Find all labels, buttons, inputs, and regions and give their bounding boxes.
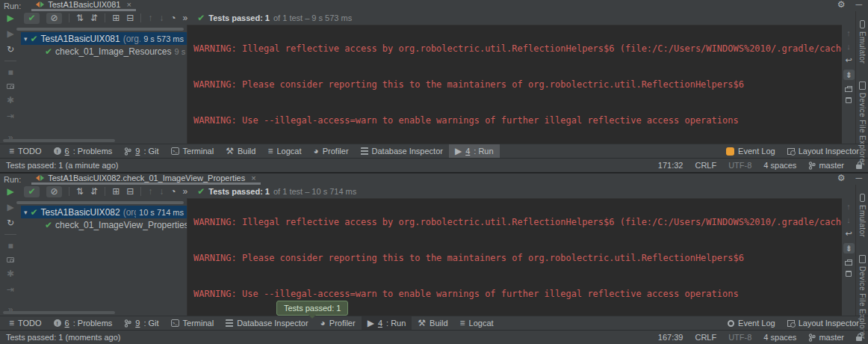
toolwindow-button-problems[interactable]: 6: Problems bbox=[48, 144, 119, 158]
chevron-down-icon[interactable]: ▾ bbox=[24, 209, 28, 216]
test-history-icon[interactable]: ◔ bbox=[170, 187, 176, 196]
toolwindow-button-git[interactable]: 9: Git bbox=[118, 144, 164, 158]
up-stack-trace-icon[interactable]: ↑ bbox=[846, 29, 851, 37]
chevron-down-icon[interactable]: ▾ bbox=[24, 35, 28, 43]
toolwindow-button-run[interactable]: ▶ 4: Run bbox=[362, 316, 412, 330]
show-passed-icon[interactable]: ✔ bbox=[24, 186, 40, 197]
rerun-icon[interactable]: ▶ bbox=[7, 187, 13, 196]
toolwindow-button-problems[interactable]: 6: Problems bbox=[48, 316, 119, 330]
event-log-button[interactable]: Event Log bbox=[722, 316, 781, 330]
close-icon[interactable]: × bbox=[251, 173, 255, 182]
gear-icon[interactable]: ⚙ bbox=[837, 173, 846, 182]
up-stack-trace-icon[interactable]: ↑ bbox=[846, 203, 851, 211]
dump-threads-icon[interactable]: ✱ bbox=[7, 96, 14, 105]
attach-icon[interactable]: ⇥ bbox=[7, 285, 14, 294]
down-stack-trace-icon[interactable]: ↓ bbox=[846, 216, 851, 224]
indent-setting[interactable]: 4 spaces bbox=[763, 161, 796, 170]
file-encoding[interactable]: UTF-8 bbox=[728, 333, 751, 342]
stop-icon[interactable]: ■ bbox=[7, 68, 13, 77]
more-chevrons-icon[interactable]: » bbox=[183, 187, 188, 196]
strip-scrollbar[interactable] bbox=[3, 311, 115, 314]
collapse-all-icon[interactable]: ⊟ bbox=[126, 13, 134, 22]
toolwindow-button-todo[interactable]: ≡ TODO bbox=[3, 144, 48, 158]
screenshot-icon[interactable] bbox=[7, 84, 14, 89]
emulator-tool-button[interactable]: Emulator bbox=[858, 194, 867, 237]
scroll-to-end-icon[interactable]: ⇟ bbox=[843, 243, 855, 254]
restart-icon[interactable]: ↻ bbox=[7, 45, 14, 54]
toolwindow-button-database-inspector[interactable]: Database Inspector bbox=[220, 316, 314, 330]
dump-threads-icon[interactable]: ✱ bbox=[7, 269, 14, 278]
strip-scrollbar[interactable] bbox=[3, 139, 115, 142]
toolwindow-button-terminal[interactable]: Terminal bbox=[165, 144, 220, 158]
screenshot-icon[interactable] bbox=[7, 257, 14, 262]
indent-setting[interactable]: 4 spaces bbox=[763, 333, 796, 342]
minimize-icon[interactable]: ─ bbox=[855, 173, 862, 182]
test-history-icon[interactable]: ◔ bbox=[170, 13, 176, 22]
toolwindow-button-terminal[interactable]: Terminal bbox=[165, 316, 220, 330]
test-case-row[interactable]: ✔ check_01_Image_Resources 9 s 573 ms bbox=[21, 45, 187, 58]
file-encoding[interactable]: UTF-8 bbox=[728, 161, 751, 170]
expand-all-icon[interactable]: ⊞ bbox=[112, 187, 120, 196]
clear-all-icon[interactable] bbox=[846, 271, 852, 277]
close-icon[interactable]: × bbox=[126, 0, 131, 9]
previous-occurrence-icon[interactable]: ↑ bbox=[148, 187, 152, 196]
caret-position[interactable]: 167:39 bbox=[658, 333, 683, 342]
line-separator[interactable]: CRLF bbox=[695, 333, 716, 342]
toolwindow-button-profiler[interactable]: ◕ Profiler bbox=[314, 316, 362, 330]
restart-icon[interactable]: ↻ bbox=[7, 218, 14, 227]
previous-occurrence-icon[interactable]: ↑ bbox=[148, 13, 152, 22]
line-separator[interactable]: CRLF bbox=[695, 161, 716, 170]
toolwindow-button-profiler[interactable]: ◕ Profiler bbox=[307, 144, 354, 158]
next-occurrence-icon[interactable]: ↓ bbox=[159, 13, 164, 22]
rerun-failed-tests-icon[interactable]: ▶ bbox=[7, 29, 13, 38]
toolwindow-button-database-inspector[interactable]: Database Inspector bbox=[355, 144, 449, 158]
git-branch-widget[interactable]: master bbox=[808, 333, 844, 342]
more-chevrons-icon[interactable]: » bbox=[183, 13, 188, 22]
expand-all-icon[interactable]: ⊞ bbox=[112, 13, 120, 22]
toolwindow-button-build[interactable]: ⚒ Build bbox=[220, 144, 261, 158]
toolwindow-button-build[interactable]: ⚒ Build bbox=[412, 316, 453, 330]
toolwindow-button-git[interactable]: 9: Git bbox=[118, 316, 164, 330]
test-suite-row[interactable]: ▾ ✔ TestA1BasicUIX081 (org.aplas.basica … bbox=[21, 32, 187, 45]
emulator-tool-button[interactable]: Emulator bbox=[858, 20, 867, 64]
sort-alphabetically-icon[interactable]: ⇅ bbox=[76, 13, 84, 22]
test-suite-row[interactable]: ▾ ✔ TestA1BasicUIX082 (org.aplas.basica … bbox=[21, 206, 187, 218]
lock-icon[interactable] bbox=[856, 165, 862, 169]
rerun-failed-tests-icon[interactable]: ▶ bbox=[7, 203, 13, 212]
stop-icon[interactable]: ■ bbox=[7, 242, 13, 251]
toolwindow-button-logcat[interactable]: ≡ Logcat bbox=[261, 144, 307, 158]
run-tab[interactable]: TestA1BasicUIX082.check_01_ImageView_Pro… bbox=[31, 173, 260, 185]
toolwindow-button-logcat[interactable]: ≡ Logcat bbox=[454, 316, 500, 330]
attach-icon[interactable]: ⇥ bbox=[7, 111, 14, 120]
sort-alphabetically-icon[interactable]: ⇅ bbox=[76, 187, 84, 196]
event-log-button[interactable]: Event Log bbox=[720, 144, 781, 158]
sort-by-duration-icon[interactable]: ⇵ bbox=[90, 13, 98, 22]
soft-wrap-icon[interactable]: ↩ bbox=[845, 56, 852, 64]
layout-inspector-button[interactable]: Layout Inspector bbox=[781, 316, 865, 330]
sort-by-duration-icon[interactable]: ⇵ bbox=[90, 187, 98, 196]
layout-inspector-button[interactable]: Layout Inspector bbox=[781, 144, 865, 158]
show-passed-icon[interactable]: ✔ bbox=[24, 13, 40, 24]
caret-position[interactable]: 171:32 bbox=[658, 161, 683, 170]
clear-all-icon[interactable] bbox=[846, 97, 852, 103]
tree-horizontal-scrollbar[interactable] bbox=[16, 28, 184, 31]
toolwindow-button-todo[interactable]: ≡ TODO bbox=[3, 316, 48, 330]
gear-icon[interactable]: ⚙ bbox=[837, 0, 846, 9]
tree-horizontal-scrollbar[interactable] bbox=[16, 201, 184, 204]
collapse-all-icon[interactable]: ⊟ bbox=[126, 187, 134, 196]
soft-wrap-icon[interactable]: ↩ bbox=[845, 230, 852, 238]
down-stack-trace-icon[interactable]: ↓ bbox=[846, 43, 851, 51]
lock-icon[interactable] bbox=[856, 337, 862, 341]
show-ignored-icon[interactable]: ⊘ bbox=[46, 13, 62, 24]
minimize-icon[interactable]: ─ bbox=[855, 0, 862, 9]
rerun-icon[interactable]: ▶ bbox=[7, 13, 13, 22]
scroll-to-end-icon[interactable]: ⇟ bbox=[843, 70, 855, 80]
next-occurrence-icon[interactable]: ↓ bbox=[159, 187, 164, 196]
print-icon[interactable] bbox=[845, 87, 852, 92]
toolwindow-button-run[interactable]: ▶ 4: Run bbox=[449, 144, 500, 158]
git-branch-widget[interactable]: master bbox=[808, 161, 844, 170]
run-tab[interactable]: TestA1BasicUIX081 × bbox=[31, 0, 136, 11]
test-case-row[interactable]: ✔ check_01_ImageView_Properties 10 s 714… bbox=[21, 218, 187, 231]
show-ignored-icon[interactable]: ⊘ bbox=[46, 186, 62, 197]
print-icon[interactable] bbox=[845, 261, 852, 265]
